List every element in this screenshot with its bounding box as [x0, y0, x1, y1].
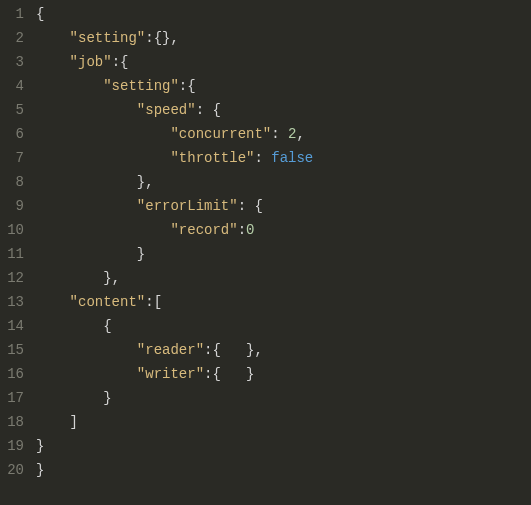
line-number: 11: [0, 242, 24, 266]
token-string: "reader": [137, 342, 204, 358]
token-brace: {: [212, 342, 220, 358]
line-number-gutter: 1234567891011121314151617181920: [0, 2, 36, 482]
token-colon: :: [254, 150, 262, 166]
token-colon: :: [271, 126, 279, 142]
code-line[interactable]: "errorLimit": {: [36, 194, 531, 218]
line-number: 20: [0, 458, 24, 482]
code-line[interactable]: ]: [36, 410, 531, 434]
line-number: 8: [0, 170, 24, 194]
token-number: 0: [246, 222, 254, 238]
line-number: 15: [0, 338, 24, 362]
token-punct: ,: [145, 174, 153, 190]
token-string: "content": [70, 294, 146, 310]
line-number: 13: [0, 290, 24, 314]
line-number: 1: [0, 2, 24, 26]
token-brace: {: [120, 54, 128, 70]
token-colon: :: [238, 222, 246, 238]
line-number: 2: [0, 26, 24, 50]
code-line[interactable]: }: [36, 458, 531, 482]
token-brace: {: [187, 78, 195, 94]
code-line[interactable]: "throttle": false: [36, 146, 531, 170]
token-brace: {: [36, 6, 44, 22]
token-string: "setting": [103, 78, 179, 94]
line-number: 10: [0, 218, 24, 242]
token-string: "record": [170, 222, 237, 238]
line-number: 9: [0, 194, 24, 218]
code-line[interactable]: }: [36, 242, 531, 266]
line-number: 17: [0, 386, 24, 410]
token-string: "concurrent": [170, 126, 271, 142]
token-string: "writer": [137, 366, 204, 382]
code-line[interactable]: "record":0: [36, 218, 531, 242]
line-number: 3: [0, 50, 24, 74]
token-colon: :: [145, 294, 153, 310]
code-line[interactable]: },: [36, 266, 531, 290]
token-brace: }: [137, 174, 145, 190]
code-line[interactable]: "job":{: [36, 50, 531, 74]
line-number: 6: [0, 122, 24, 146]
line-number: 19: [0, 434, 24, 458]
line-number: 12: [0, 266, 24, 290]
token-colon: :: [179, 78, 187, 94]
token-colon: :: [112, 54, 120, 70]
code-line[interactable]: {: [36, 314, 531, 338]
token-punct: [: [154, 294, 162, 310]
token-string: "errorLimit": [137, 198, 238, 214]
code-line[interactable]: "setting":{: [36, 74, 531, 98]
token-brace: {: [103, 318, 111, 334]
token-punct: ,: [170, 30, 178, 46]
line-number: 4: [0, 74, 24, 98]
line-number: 5: [0, 98, 24, 122]
token-brace: }: [36, 438, 44, 454]
token-bool: false: [271, 150, 313, 166]
token-string: "job": [70, 54, 112, 70]
token-string: "throttle": [170, 150, 254, 166]
code-line[interactable]: {: [36, 2, 531, 26]
line-number: 14: [0, 314, 24, 338]
token-punct: ,: [112, 270, 120, 286]
token-brace: }: [246, 366, 254, 382]
token-colon: :: [196, 102, 204, 118]
code-line[interactable]: "setting":{},: [36, 26, 531, 50]
token-colon: :: [145, 30, 153, 46]
token-brace: {: [212, 102, 220, 118]
code-line[interactable]: "speed": {: [36, 98, 531, 122]
code-line[interactable]: }: [36, 386, 531, 410]
token-colon: :: [238, 198, 246, 214]
token-string: "setting": [70, 30, 146, 46]
token-brace: {: [212, 366, 220, 382]
code-area[interactable]: { "setting":{}, "job":{ "setting":{ "spe…: [36, 2, 531, 482]
code-line[interactable]: },: [36, 170, 531, 194]
code-line[interactable]: "concurrent": 2,: [36, 122, 531, 146]
token-brace: }: [137, 246, 145, 262]
line-number: 16: [0, 362, 24, 386]
token-brace: }: [103, 270, 111, 286]
token-punct: ]: [70, 414, 78, 430]
token-punct: ,: [296, 126, 304, 142]
token-punct: ,: [254, 342, 262, 358]
line-number: 7: [0, 146, 24, 170]
code-line[interactable]: "reader":{ },: [36, 338, 531, 362]
token-brace: }: [36, 462, 44, 478]
code-editor[interactable]: 1234567891011121314151617181920 { "setti…: [0, 0, 531, 482]
token-brace: {: [154, 30, 162, 46]
code-line[interactable]: "content":[: [36, 290, 531, 314]
code-line[interactable]: }: [36, 434, 531, 458]
token-brace: }: [103, 390, 111, 406]
code-line[interactable]: "writer":{ }: [36, 362, 531, 386]
token-brace: {: [254, 198, 262, 214]
token-string: "speed": [137, 102, 196, 118]
line-number: 18: [0, 410, 24, 434]
